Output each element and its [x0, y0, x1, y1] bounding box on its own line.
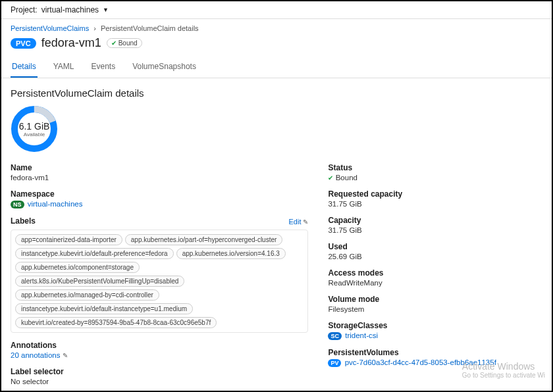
label-chip[interactable]: app.kubernetes.io/managed-by=cdi-control…	[15, 289, 159, 301]
tab-events[interactable]: Events	[90, 57, 117, 78]
check-icon: ✔	[111, 39, 117, 47]
label-chip[interactable]: alerts.k8s.io/KubePersistentVolumeFillin…	[15, 276, 184, 287]
access-value: ReadWriteMany	[328, 279, 542, 287]
usage-donut: 6.1 GiB Available	[11, 105, 542, 153]
name-label: Name	[11, 163, 308, 172]
project-prefix: Project:	[11, 5, 38, 14]
tab-details[interactable]: Details	[11, 57, 38, 78]
page-title-row: PVC fedora-vm1 ✔ Bound	[1, 32, 552, 57]
capacity-value: 31.75 GiB	[328, 226, 542, 234]
namespace-label: Namespace	[11, 189, 308, 199]
tab-yaml[interactable]: YAML	[52, 57, 76, 78]
edit-labels-button[interactable]: Edit ✎	[289, 218, 309, 226]
label-chip[interactable]: app=containerized-data-importer	[15, 234, 122, 245]
used-label: Used	[328, 242, 542, 251]
annotations-label: Annotations	[11, 341, 308, 350]
project-name: virtual-machines	[41, 5, 99, 14]
sc-badge: SC	[328, 332, 342, 340]
requested-label: Requested capacity	[328, 189, 542, 199]
tab-volumesnapshots[interactable]: VolumeSnapshots	[131, 57, 198, 78]
breadcrumb: PersistentVolumeClaims › PersistentVolum…	[1, 19, 552, 32]
project-selector[interactable]: Project: virtual-machines ▼	[1, 1, 552, 19]
tabs: Details YAML Events VolumeSnapshots	[1, 57, 552, 78]
label-chip[interactable]: kubevirt.io/created-by=89537594-9ba5-47b…	[15, 317, 217, 328]
pencil-icon: ✎	[303, 218, 308, 226]
sc-label: StorageClasses	[328, 321, 542, 330]
page-title: fedora-vm1	[41, 36, 101, 50]
annotations-link[interactable]: 20 annotations	[11, 351, 60, 359]
pv-badge: PV	[328, 359, 341, 367]
check-icon: ✔	[328, 174, 333, 182]
volmode-label: Volume mode	[328, 295, 542, 304]
requested-value: 31.75 GiB	[328, 200, 542, 208]
label-chip[interactable]: app.kubernetes.io/version=4.16.3	[176, 248, 286, 259]
breadcrumb-root[interactable]: PersistentVolumeClaims	[11, 24, 89, 32]
name-value: fedora-vm1	[11, 174, 308, 182]
selector-value: No selector	[11, 378, 308, 385]
donut-sub: Available	[24, 132, 45, 137]
capacity-label: Capacity	[328, 216, 542, 225]
label-chip[interactable]: app.kubernetes.io/component=storage	[15, 262, 140, 273]
pencil-icon[interactable]: ✎	[63, 352, 68, 359]
status-text: Bound	[118, 39, 138, 47]
label-chip[interactable]: instancetype.kubevirt.io/default-prefere…	[15, 248, 174, 259]
breadcrumb-current: PersistentVolumeClaim details	[101, 24, 199, 32]
status-badge: ✔ Bound	[107, 38, 142, 48]
breadcrumb-sep: ›	[93, 24, 96, 32]
status-value: Bound	[336, 174, 357, 182]
label-chips: app=containerized-data-importer app.kube…	[11, 230, 308, 333]
volmode-value: Filesystem	[328, 305, 542, 313]
sc-link[interactable]: trident-csi	[345, 331, 378, 339]
pvc-badge: PVC	[11, 38, 36, 49]
chevron-down-icon: ▼	[103, 7, 109, 13]
label-chip[interactable]: instancetype.kubevirt.io/default-instanc…	[15, 303, 193, 314]
used-value: 25.69 GiB	[328, 253, 542, 260]
namespace-link[interactable]: virtual-machines	[28, 200, 83, 208]
selector-label: Label selector	[11, 367, 308, 376]
label-chip[interactable]: app.kubernetes.io/part-of=hyperconverged…	[125, 234, 283, 245]
section-title: PersistentVolumeClaim details	[11, 87, 542, 99]
pv-link[interactable]: pvc-7d60a3cf-d4cc-47d5-8053-efbb6ae1135f	[345, 358, 496, 366]
status-label: Status	[328, 163, 542, 172]
donut-value: 6.1 GiB	[19, 121, 50, 132]
pv-label: PersistentVolumes	[328, 348, 542, 357]
access-label: Access modes	[328, 268, 542, 278]
ns-badge: NS	[11, 201, 24, 208]
labels-label: Labels	[11, 216, 36, 226]
